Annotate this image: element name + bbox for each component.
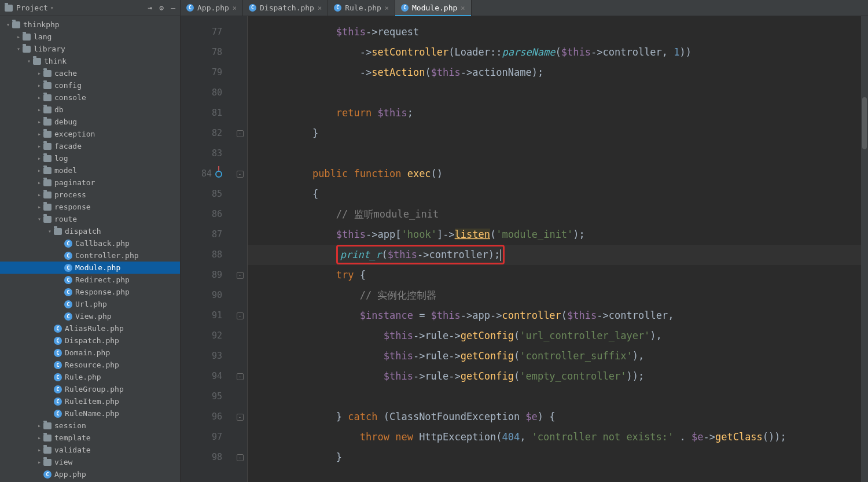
chevron-right-icon[interactable] [36,119,43,125]
code-line[interactable]: // 监听module_init [248,204,861,225]
code-line[interactable]: ->setAction($this->actionName); [248,62,861,83]
tree-item-url-php[interactable]: Url.php [0,298,180,310]
code-line[interactable]: } [248,123,861,144]
code-editor[interactable]: $this->request ->setController(Loader::p… [248,16,861,482]
tree-item-response[interactable]: response [0,201,180,213]
chevron-right-icon[interactable] [36,143,43,149]
tree-item-controller-php[interactable]: Controller.php [0,249,180,262]
chevron-right-icon[interactable] [15,34,22,40]
code-line[interactable]: try { [248,265,861,285]
code-line[interactable]: } [248,447,861,468]
tree-item-exception[interactable]: exception [0,128,180,140]
code-line[interactable]: { [248,184,861,204]
code-line[interactable]: $this->app['hook']->listen('module_init'… [248,225,861,245]
tree-item-console[interactable]: console [0,91,180,104]
fold-toggle-icon[interactable]: - [237,171,244,178]
code-line[interactable]: return $this; [248,103,861,123]
chevron-right-icon[interactable] [36,70,43,76]
chevron-right-icon[interactable] [36,422,43,429]
tree-item-rulegroup-php[interactable]: RuleGroup.php [0,383,180,395]
code-line[interactable]: throw new HttpException(404, 'controller… [248,427,861,447]
tree-item-paginator[interactable]: paginator [0,176,180,189]
tree-item-facade[interactable]: facade [0,140,180,152]
code-line[interactable]: $this->rule->getConfig('empty_controller… [248,366,861,387]
tree-item-thinkphp[interactable]: thinkphp [0,19,180,31]
code-line[interactable]: ->setController(Loader::parseName($this-… [248,42,861,62]
chevron-right-icon[interactable] [36,435,43,441]
tree-item-config[interactable]: config [0,79,180,91]
code-line[interactable] [248,144,861,164]
fold-toggle-icon[interactable]: - [237,414,244,421]
code-line[interactable]: print_r($this->controller); [248,245,861,265]
tree-item-rulename-php[interactable]: RuleName.php [0,407,180,420]
chevron-down-icon[interactable]: ▾ [50,5,54,11]
tree-item-lang[interactable]: lang [0,31,180,43]
tree-item-process[interactable]: process [0,189,180,201]
project-tree[interactable]: thinkphplanglibrarythinkcacheconfigconso… [0,16,180,482]
minimize-icon[interactable]: — [171,3,175,12]
tree-item-module-php[interactable]: Module.php [0,262,180,274]
tree-item-ruleitem-php[interactable]: RuleItem.php [0,395,180,407]
tree-item-view-php[interactable]: View.php [0,310,180,322]
close-icon[interactable]: × [461,4,465,12]
tree-item-domain-php[interactable]: Domain.php [0,347,180,359]
sidebar-title[interactable]: Project [16,3,48,12]
tree-item-cache[interactable]: cache [0,67,180,79]
code-line[interactable]: $this->rule->getConfig('url_controller_l… [248,326,861,346]
chevron-right-icon[interactable] [36,82,43,89]
tab-app-php[interactable]: App.php× [181,0,243,16]
tree-item-library[interactable]: library [0,43,180,55]
tree-item-app-php[interactable]: App.php [0,468,180,480]
chevron-down-icon[interactable] [46,228,53,234]
tree-item-route[interactable]: route [0,213,180,225]
chevron-right-icon[interactable] [36,179,43,186]
tree-item-debug[interactable]: debug [0,116,180,128]
tree-item-aliasrule-php[interactable]: AliasRule.php [0,322,180,334]
chevron-right-icon[interactable] [36,94,43,101]
tree-item-response-php[interactable]: Response.php [0,286,180,298]
tree-item-rule-php[interactable]: Rule.php [0,371,180,383]
tree-item-dispatch-php[interactable]: Dispatch.php [0,334,180,347]
tree-item-think[interactable]: think [0,55,180,67]
fold-toggle-icon[interactable]: - [237,454,244,461]
close-icon[interactable]: × [318,4,322,12]
close-icon[interactable]: × [233,4,237,12]
close-icon[interactable]: × [385,4,389,12]
tree-item-resource-php[interactable]: Resource.php [0,359,180,371]
code-line[interactable]: $this->rule->getConfig('controller_suffi… [248,346,861,366]
chevron-right-icon[interactable] [36,192,43,198]
code-line[interactable]: $instance = $this->app->controller($this… [248,306,861,326]
code-line[interactable]: public function exec() [248,164,861,184]
tree-item-redirect-php[interactable]: Redirect.php [0,274,180,286]
fold-toggle-icon[interactable]: - [237,312,244,319]
chevron-down-icon[interactable] [25,58,32,64]
fold-toggle-icon[interactable]: - [237,130,244,137]
chevron-down-icon[interactable] [36,216,43,222]
tab-module-php[interactable]: Module.php× [395,0,472,16]
chevron-down-icon[interactable] [15,46,22,52]
chevron-right-icon[interactable] [36,155,43,161]
tree-item-db[interactable]: db [0,104,180,116]
code-line[interactable] [248,83,861,103]
fold-toggle-icon[interactable]: - [237,272,244,279]
override-indicator-icon[interactable] [215,171,222,178]
chevron-down-icon[interactable] [5,21,12,28]
collapse-icon[interactable]: ⇥ [148,3,153,12]
tree-item-log[interactable]: log [0,152,180,164]
tab-rule-php[interactable]: Rule.php× [328,0,395,16]
tree-item-session[interactable]: session [0,420,180,432]
chevron-right-icon[interactable] [36,131,43,137]
chevron-right-icon[interactable] [36,167,43,174]
tree-item-callback-php[interactable]: Callback.php [0,237,180,249]
tree-item-template[interactable]: template [0,432,180,444]
tree-item-view[interactable]: view [0,456,180,468]
code-line[interactable]: $this->request [248,22,861,42]
fold-toggle-icon[interactable]: - [237,373,244,380]
tab-dispatch-php[interactable]: Dispatch.php× [243,0,328,16]
tree-item-dispatch[interactable]: dispatch [0,225,180,237]
code-line[interactable]: // 实例化控制器 [248,285,861,306]
tree-item-model[interactable]: model [0,164,180,176]
chevron-right-icon[interactable] [36,106,43,113]
code-line[interactable]: } catch (ClassNotFoundException $e) { [248,407,861,427]
code-line[interactable] [248,387,861,407]
